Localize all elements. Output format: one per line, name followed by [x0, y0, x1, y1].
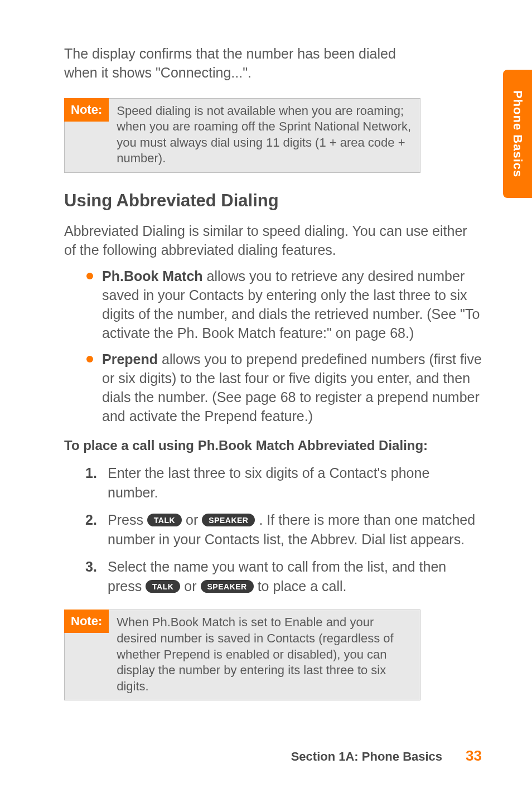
section-heading: Using Abbreviated Dialing: [64, 191, 482, 211]
speaker-key-icon: SPEAKER: [202, 514, 255, 526]
note-text: Speed dialing is not available when you …: [109, 99, 420, 172]
note-box-1: Note: Speed dialing is not available whe…: [64, 98, 420, 173]
step-text: or: [180, 578, 200, 594]
talk-key-icon: TALK: [147, 514, 182, 526]
step-text: or: [182, 512, 202, 528]
intro-paragraph: The display confirms that the number has…: [64, 45, 482, 83]
list-item: Ph.Book Match allows you to retrieve any…: [86, 267, 482, 342]
bullet-list: Ph.Book Match allows you to retrieve any…: [64, 267, 482, 425]
step-text: Enter the last three to six digits of a …: [108, 465, 429, 500]
note-box-2: Note: When Ph.Book Match is set to Enabl…: [64, 610, 420, 700]
footer-section-label: Section 1A: Phone Basics: [291, 749, 442, 764]
talk-key-icon: TALK: [146, 580, 180, 593]
bullet-bold: Prepend: [102, 351, 158, 367]
step-item: Press TALK or SPEAKER . If there is more…: [85, 510, 482, 549]
steps-list: Enter the last three to six digits of a …: [64, 463, 482, 596]
note-label: Note:: [64, 98, 109, 122]
sub-heading: To place a call using Ph.Book Match Abbr…: [64, 438, 482, 453]
page-footer: Section 1A: Phone Basics 33: [291, 747, 482, 765]
step-item: Select the name you want to call from th…: [85, 557, 482, 596]
step-item: Enter the last three to six digits of a …: [85, 463, 482, 502]
list-item: Prepend allows you to prepend predefined…: [86, 350, 482, 425]
step-text: to place a call.: [254, 578, 347, 594]
step-text: Press: [108, 512, 147, 528]
footer-page-number: 33: [466, 747, 482, 765]
note-label: Note:: [64, 610, 109, 633]
side-tab: Phone Basics: [503, 70, 532, 198]
note-text: When Ph.Book Match is set to Enable and …: [109, 610, 420, 700]
page-content: The display confirms that the number has…: [0, 0, 532, 752]
bullet-text: allows you to prepend predefined numbers…: [102, 351, 482, 423]
speaker-key-icon: SPEAKER: [201, 580, 254, 593]
bullet-bold: Ph.Book Match: [102, 268, 203, 284]
body-paragraph-1: Abbreviated Dialing is similar to speed …: [64, 222, 482, 260]
side-tab-label: Phone Basics: [510, 90, 525, 177]
